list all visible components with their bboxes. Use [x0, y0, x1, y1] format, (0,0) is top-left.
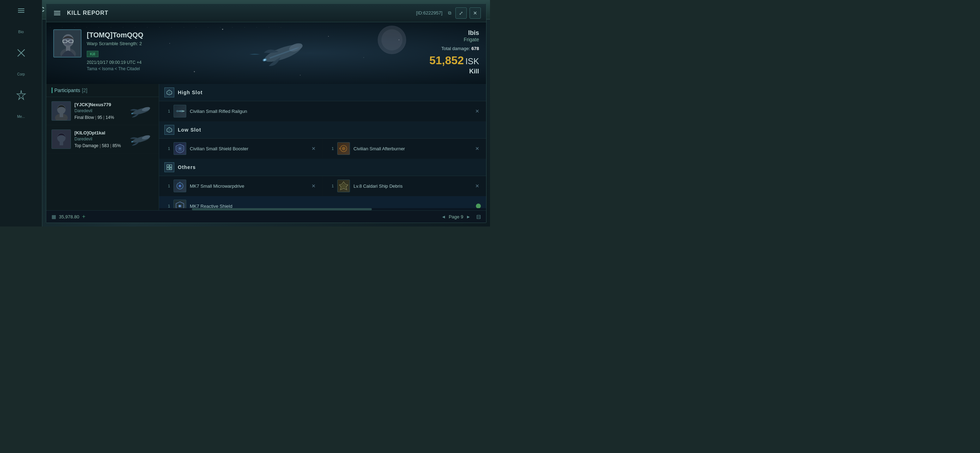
- filter-icon[interactable]: ⊟: [476, 213, 481, 220]
- others-icon: [164, 162, 174, 172]
- sidebar-combat-icon[interactable]: [14, 46, 28, 60]
- kr-header-bar: KILL REPORT [ID:6222957] ⧉ ⤢ ✕: [46, 4, 486, 22]
- low-slot-header: Low Slot: [159, 121, 486, 139]
- svg-marker-7: [17, 90, 25, 100]
- participant-2-stats: Top Damage | 583 | 85%: [75, 143, 125, 148]
- item-col-shield: 1 Civilian Small Shield Booster ✕: [159, 139, 323, 158]
- item-row-railgun: 1 Civilian Small Rifled Railgun ✕: [159, 101, 486, 121]
- kr-stats-section: Ibis Frigate Total damage: 678 51,852 IS…: [415, 22, 486, 84]
- high-slot-icon: [164, 87, 174, 97]
- kr-participants-bar-accent: [51, 87, 52, 93]
- kill-report-window: KILL REPORT [ID:6222957] ⧉ ⤢ ✕: [46, 3, 487, 223]
- sidebar-medals-icon[interactable]: [14, 88, 28, 102]
- svg-rect-30: [66, 46, 70, 51]
- item-row-double-low: 1 Civilian Small Shield Booster ✕ 1: [159, 139, 486, 159]
- kr-damage-label: Total damage: 678: [423, 46, 479, 51]
- kr-menu-icon[interactable]: [51, 7, 63, 19]
- item-qty-reactive: 1: [164, 204, 170, 208]
- high-slot-title: High Slot: [178, 90, 202, 95]
- kr-info-area: [TOMQ]TomQQQ Warp Scramble Strength: 2 K…: [46, 22, 486, 84]
- item-qty-debris: 1: [328, 184, 334, 188]
- high-slot-header: High Slot: [159, 84, 486, 101]
- left-sidebar: Bio Corp Me...: [0, 0, 42, 227]
- item-name-debris: Lv.8 Caldari Ship Debris: [353, 183, 470, 189]
- kr-isk-value: 51,852: [430, 54, 464, 67]
- item-row-double-others-1: 1 MK7 Small Microwarpdrive ✕ 1: [159, 176, 486, 196]
- svg-marker-66: [340, 183, 347, 189]
- item-icon-railgun: [173, 105, 186, 118]
- kr-ship-type: Frigate: [423, 37, 479, 42]
- participant-1-ship: Daredevil: [75, 108, 125, 113]
- kr-participants-panel: Participants [2] [YJCK]Nexus779: [46, 84, 159, 223]
- bottom-plus-button[interactable]: +: [82, 213, 85, 220]
- svg-point-56: [342, 147, 345, 150]
- kr-pilot-info: [TOMQ]TomQQQ Warp Scramble Strength: 2 K…: [87, 29, 143, 71]
- item-x-debris[interactable]: ✕: [474, 183, 481, 189]
- kr-header-actions: ⤢ ✕: [455, 7, 481, 19]
- item-col-mwd: 1 MK7 Small Microwarpdrive ✕: [159, 176, 323, 196]
- participant-1-ship-icon: [129, 104, 153, 118]
- kr-ship-section: [150, 22, 415, 84]
- map-icon: ▦: [51, 214, 56, 219]
- sidebar-menu-icon[interactable]: [14, 3, 28, 17]
- svg-rect-59: [167, 168, 169, 170]
- item-qty-afterburner: 1: [328, 146, 334, 151]
- kr-isk-unit: ISK: [465, 56, 479, 66]
- kr-kill-badge: Kill: [87, 51, 99, 57]
- svg-rect-45: [60, 142, 63, 145]
- item-name-railgun: Civilian Small Rifled Railgun: [190, 109, 470, 114]
- participant-item-2[interactable]: [KILO]Opt1kal Daredevil Top Damage | 583…: [46, 125, 159, 153]
- participant-1-name: [YJCK]Nexus779: [75, 102, 125, 107]
- kr-location: Tama < Isoma < The Citadel: [87, 66, 143, 71]
- svg-rect-38: [60, 114, 63, 117]
- item-icon-shield: [173, 142, 186, 155]
- kr-avatar: [53, 29, 81, 57]
- svg-rect-57: [167, 165, 169, 167]
- page-next-button[interactable]: ►: [466, 214, 471, 219]
- participant-2-ship-icon: [129, 132, 153, 146]
- item-x-afterburner[interactable]: ✕: [474, 145, 481, 152]
- item-x-shield[interactable]: ✕: [310, 145, 317, 152]
- participant-1-avatar: [51, 101, 71, 121]
- kr-export-button[interactable]: ⤢: [455, 7, 467, 19]
- kr-warp-strength: Warp Scramble Strength: 2: [87, 41, 143, 46]
- pilot-avatar-svg: [54, 30, 81, 57]
- item-icon-mwd: [173, 180, 186, 192]
- low-slot-title: Low Slot: [178, 127, 201, 133]
- kr-pilot-section: [TOMQ]TomQQQ Warp Scramble Strength: 2 K…: [46, 22, 150, 84]
- ship-svg: [244, 30, 322, 76]
- page-nav-bar: ◄ Page 9 ► ⊟: [159, 210, 486, 223]
- kr-id: [ID:6222957]: [416, 10, 442, 16]
- item-qty-shield: 1: [164, 146, 170, 151]
- kr-date: 2021/10/17 09:00:19 UTC +4: [87, 60, 143, 65]
- svg-point-51: [177, 110, 178, 112]
- item-name-mwd: MK7 Small Microwarpdrive: [190, 183, 307, 189]
- item-x-mwd[interactable]: ✕: [310, 183, 317, 189]
- item-name-shield: Civilian Small Shield Booster: [190, 146, 307, 151]
- kr-participants-header: Participants [2]: [46, 84, 159, 97]
- kr-copy-icon[interactable]: ⧉: [448, 10, 451, 16]
- svg-rect-60: [170, 168, 172, 170]
- kr-close-button[interactable]: ✕: [469, 7, 481, 19]
- page-prev-button[interactable]: ◄: [441, 214, 446, 219]
- items-scrollbar[interactable]: [159, 208, 486, 210]
- item-qty-railgun: 1: [164, 109, 170, 113]
- item-dot-reactive: [476, 203, 481, 208]
- kr-ship-name: Ibis: [423, 29, 479, 37]
- participant-2-avatar: [51, 129, 71, 149]
- svg-rect-58: [170, 165, 172, 167]
- participant-item-1[interactable]: [YJCK]Nexus779 Daredevil Final Blow | 95…: [46, 97, 159, 125]
- others-header: Others: [159, 159, 486, 176]
- participant-1-stats: Final Blow | 95 | 14%: [75, 115, 125, 120]
- kr-ship-image: [244, 30, 322, 76]
- low-slot-icon: [164, 125, 174, 135]
- items-scrollbar-thumb[interactable]: [192, 208, 372, 210]
- svg-point-63: [179, 185, 181, 187]
- participant-1-info: [YJCK]Nexus779 Daredevil Final Blow | 95…: [75, 102, 125, 120]
- page-label: Page 9: [449, 214, 463, 219]
- item-x-railgun[interactable]: ✕: [474, 108, 481, 114]
- kr-pilot-name: [TOMQ]TomQQQ: [87, 31, 143, 39]
- participant-2-ship: Daredevil: [75, 137, 125, 141]
- item-qty-mwd: 1: [164, 184, 170, 188]
- sidebar-medals-label: Me...: [14, 110, 28, 124]
